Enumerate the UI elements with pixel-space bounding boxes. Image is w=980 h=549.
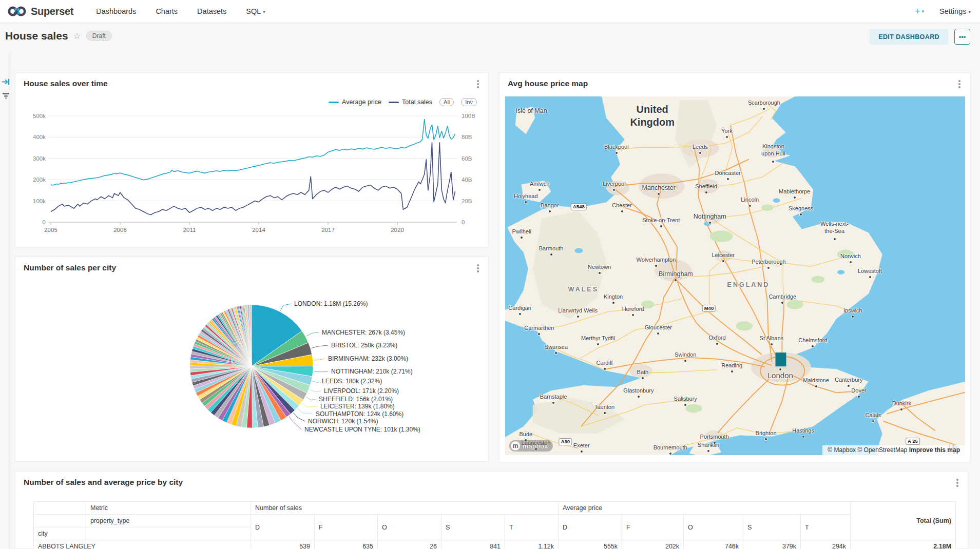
map-label-swansea: Swansea — [545, 344, 568, 351]
chart-menu-kebab-icon[interactable] — [955, 79, 964, 89]
pie-label-birmingham: BIRMINGHAM: 232k (3.00%) — [328, 355, 408, 362]
map-city-dot — [657, 332, 659, 335]
mapbox-wordmark: mapbox — [523, 442, 548, 450]
pivot-col-f: F — [315, 515, 378, 540]
svg-text:80B: 80B — [462, 134, 472, 140]
map-label-manchester: Manchester — [642, 184, 676, 192]
map-city-dot — [707, 450, 709, 452]
new-item-button[interactable]: +▾ — [915, 6, 924, 16]
pivot-col-f: F — [622, 515, 684, 540]
filter-icon[interactable] — [2, 92, 10, 100]
map-label-llanwrtyd-wells: Llanwrtyd Wells — [558, 307, 598, 315]
map-label-blackpool: Blackpool — [604, 144, 629, 151]
chart-menu-kebab-icon[interactable] — [953, 478, 962, 488]
map-label-wolverhampton: Wolverhampton — [636, 257, 676, 264]
svg-text:0: 0 — [462, 219, 465, 225]
map-label-mablethorpe: Mablethorpe — [779, 188, 810, 195]
map-city-dot — [900, 408, 902, 410]
chart-menu-kebab-icon[interactable] — [474, 79, 482, 89]
svg-text:500k: 500k — [33, 113, 46, 119]
map-label-scarborough: Scarborough — [748, 100, 780, 107]
panel-house-sales-over-time: House sales over time Average priceTotal… — [15, 72, 489, 247]
pivot-metric-label: Metric — [86, 502, 251, 515]
map-label-chelmsford: Chelmsford — [798, 337, 827, 344]
map-label-peterborough: Peterborough — [752, 259, 786, 266]
map-city-dot — [632, 314, 634, 316]
legend-pill-all[interactable]: All — [439, 98, 454, 106]
map-label-lincoln: Lincoln — [741, 197, 759, 204]
map-city-dot — [616, 152, 618, 154]
map-city-dot — [581, 450, 583, 453]
legend-label: Average price — [342, 99, 381, 106]
map-city-dot — [812, 345, 814, 347]
map-city-dot — [705, 191, 707, 193]
map-city-dot — [858, 396, 860, 398]
legend-pill-inv[interactable]: Inv — [461, 98, 477, 106]
map-city-dot — [519, 313, 521, 315]
settings-menu[interactable]: Settings▾ — [939, 7, 971, 15]
nav-item-datasets[interactable]: Datasets — [197, 7, 226, 15]
dashboard-more-button[interactable]: ••• — [954, 29, 970, 45]
map-label-hereford: Hereford — [622, 306, 644, 313]
attribution-links[interactable]: © Mapbox © OpenStreetMap — [828, 446, 907, 454]
map-canvas[interactable]: United KingdomIsle of ManScarboroughYork… — [505, 96, 965, 455]
svg-text:60B: 60B — [462, 155, 472, 162]
pivot-value-cell: 746k — [684, 540, 743, 549]
map-label-oxford: Oxford — [709, 335, 726, 342]
pivot-group-number-of-sales: Number of sales — [251, 502, 559, 515]
top-navbar: Superset DashboardsChartsDatasetsSQL▾ +▾… — [0, 0, 980, 23]
map-city-dot — [727, 178, 729, 180]
map-city-dot — [699, 152, 701, 154]
edit-dashboard-button[interactable]: EDIT DASHBOARD — [870, 29, 948, 45]
legend-item-average-price[interactable]: Average price — [329, 99, 381, 106]
map-city-dot — [597, 343, 599, 345]
map-label-st-albans: St Albans — [760, 335, 783, 342]
legend-label: Total sales — [402, 99, 432, 106]
svg-text:2008: 2008 — [113, 227, 127, 233]
map-label-barnstaple: Barnstaple — [540, 394, 567, 401]
nav-item-sql[interactable]: SQL▾ — [246, 7, 265, 15]
mapbox-logo[interactable]: m mapbox — [509, 440, 553, 452]
pivot-value-cell: 841 — [441, 540, 505, 549]
svg-text:2005: 2005 — [44, 227, 57, 233]
map-city-dot — [722, 260, 724, 262]
map-label-leicester: Leicester — [712, 252, 735, 259]
map-city-dot — [726, 136, 728, 138]
nav-item-charts[interactable]: Charts — [156, 7, 178, 15]
map-city-dot — [714, 442, 716, 444]
pivot-col-t: T — [505, 515, 559, 540]
map-city-dot — [555, 352, 557, 354]
pie-label-sheffield: SHEFFIELD: 156k (2.01%) — [319, 396, 393, 403]
svg-text:400k: 400k — [33, 134, 46, 140]
svg-text:2020: 2020 — [391, 227, 404, 233]
map-label-dunkirk: Dunkirk — [892, 400, 911, 407]
svg-text:100k: 100k — [33, 198, 46, 204]
svg-text:200k: 200k — [33, 177, 46, 183]
nav-item-dashboards[interactable]: Dashboards — [96, 7, 136, 15]
map-label-cardiff: Cardiff — [596, 360, 612, 367]
map-city-dot — [684, 404, 686, 406]
map-city-dot — [872, 420, 874, 422]
map-label-united-kingdom: United Kingdom — [630, 103, 675, 129]
map-label-dover: Dover — [851, 387, 866, 395]
map-label-norwich: Norwich — [840, 253, 861, 260]
panel-sales-and-price-by-city: Number of sales and average price by cit… — [15, 471, 968, 549]
superset-logo[interactable]: Superset — [7, 6, 73, 17]
map-label-a548: A548 — [571, 203, 587, 210]
map-label-calais: Calais — [866, 412, 881, 419]
improve-map-link[interactable]: Improve this map — [909, 446, 960, 454]
favorite-star-icon[interactable]: ☆ — [73, 31, 81, 42]
panel-number-of-sales-per-city: Number of sales per city LONDON: 1.18M (… — [15, 257, 489, 462]
nav-menu: DashboardsChartsDatasetsSQL▾ — [96, 7, 265, 15]
map-label-chester: Chester — [612, 202, 632, 209]
line-chart: 00100k20B200k40B300k60B400k80B500k100B20… — [15, 108, 489, 245]
map-city-dot — [763, 108, 765, 110]
map-attribution: © Mapbox © OpenStreetMap Improve this ma… — [822, 445, 965, 455]
pie-label-leicester: LEICESTER: 139k (1.80%) — [320, 403, 395, 410]
legend-item-total-sales[interactable]: Total sales — [389, 99, 432, 106]
map-city-dot — [604, 412, 606, 414]
status-badge: Draft — [86, 31, 112, 41]
expand-filter-bar-icon[interactable] — [2, 77, 10, 86]
map-label-shanklin: Shanklin — [698, 442, 719, 449]
map-label-bangor: Bangor — [541, 202, 559, 209]
